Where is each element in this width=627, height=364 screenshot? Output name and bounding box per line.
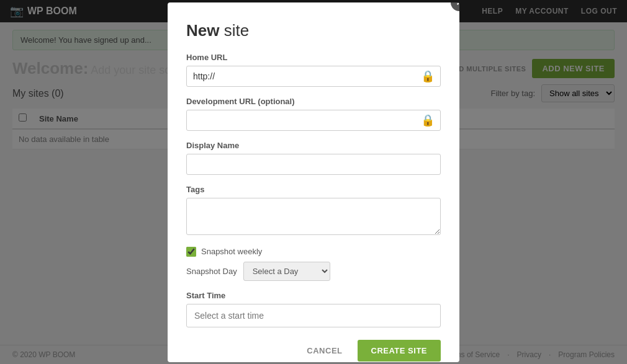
snapshot-weekly-label: Snapshot weekly: [201, 247, 262, 256]
display-name-label: Display Name: [186, 141, 441, 150]
home-url-input[interactable]: [186, 66, 441, 87]
snapshot-weekly-checkbox[interactable]: [186, 247, 196, 257]
snapshot-day-select[interactable]: Select a Day Monday Tuesday Wednesday Th…: [243, 262, 330, 281]
snapshot-checkbox-row: Snapshot weekly: [186, 247, 441, 257]
home-url-lock-icon: 🔒: [421, 69, 435, 83]
home-url-input-wrapper: 🔒: [186, 66, 441, 87]
cancel-button[interactable]: CANCEL: [299, 341, 350, 360]
tags-group: Tags: [186, 185, 441, 237]
display-name-group: Display Name: [186, 141, 441, 175]
tags-textarea[interactable]: [186, 198, 441, 235]
dev-url-lock-icon: 🔒: [421, 113, 435, 127]
snapshot-day-row: Snapshot Day Select a Day Monday Tuesday…: [186, 262, 441, 281]
dev-url-input[interactable]: [186, 110, 441, 131]
modal-footer: CANCEL CREATE SITE: [186, 340, 441, 362]
dev-url-group: Development URL (optional) 🔒: [186, 97, 441, 131]
dev-url-label: Development URL (optional): [186, 97, 441, 106]
modal-title: New site: [186, 21, 441, 40]
dev-url-input-wrapper: 🔒: [186, 110, 441, 131]
modal-title-bold: New: [186, 21, 219, 40]
start-time-input[interactable]: [186, 304, 441, 327]
new-site-modal: ✕ New site Home URL 🔒 Development URL (o…: [168, 2, 459, 362]
start-time-group: Start Time: [186, 291, 441, 327]
modal-overlay: ✕ New site Home URL 🔒 Development URL (o…: [0, 0, 627, 364]
snapshot-section: Snapshot weekly Snapshot Day Select a Da…: [186, 247, 441, 281]
create-site-button[interactable]: CREATE SITE: [358, 340, 441, 362]
home-url-group: Home URL 🔒: [186, 53, 441, 87]
modal-close-button[interactable]: ✕: [451, 2, 459, 11]
display-name-input[interactable]: [186, 154, 441, 175]
snapshot-day-label: Snapshot Day: [186, 267, 237, 276]
tags-label: Tags: [186, 185, 441, 194]
start-time-label: Start Time: [186, 291, 441, 300]
home-url-label: Home URL: [186, 53, 441, 62]
